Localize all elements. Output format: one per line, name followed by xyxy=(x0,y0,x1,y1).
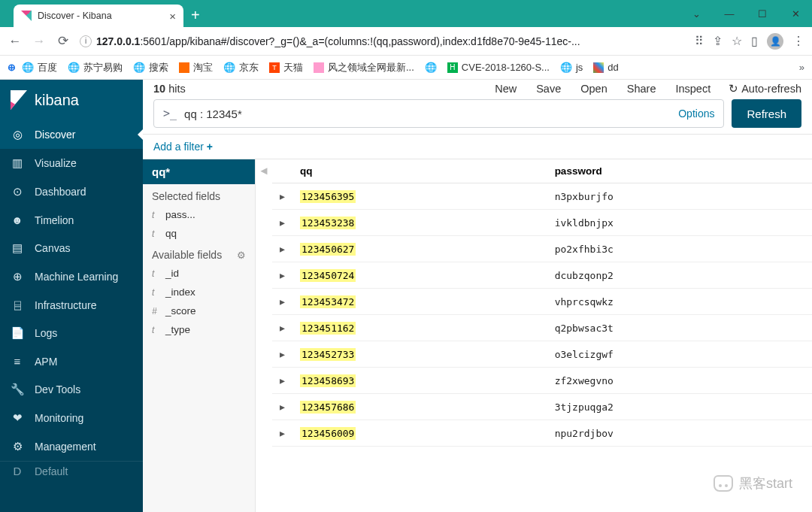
sidebar-item-management[interactable]: ⚙Management xyxy=(0,432,143,461)
column-header-qq[interactable]: qq xyxy=(292,159,547,183)
fields-settings-icon[interactable]: ⚙ xyxy=(237,250,246,261)
selected-fields-label: Selected fields xyxy=(143,184,255,205)
nav-reload-icon[interactable]: ⟳ xyxy=(56,33,71,49)
action-share[interactable]: Share xyxy=(627,83,656,95)
browser-menu-icon[interactable]: ⋮ xyxy=(792,34,804,48)
expand-row-icon[interactable]: ▸ xyxy=(272,420,292,447)
add-bookmark-icon[interactable]: ⊕ xyxy=(8,62,16,73)
results-table-wrap[interactable]: qq password ▸123456395n3pxburjfo▸1234532… xyxy=(272,159,812,512)
bookmark-item[interactable]: 🌐js xyxy=(560,62,583,73)
nav-label: Discover xyxy=(35,129,75,141)
kibana-sidebar: kibana ◎Discover▥Visualize⊙Dashboard☻Tim… xyxy=(0,80,143,512)
bookmark-item[interactable]: HCVE-2018-1260-S... xyxy=(447,62,550,73)
bookmark-star-icon[interactable]: ☆ xyxy=(732,34,742,48)
bookmark-item[interactable]: T天猫 xyxy=(269,61,303,74)
query-options-link[interactable]: Options xyxy=(678,108,714,120)
field-type-icon: t xyxy=(152,210,159,220)
cell-qq: 123450724 xyxy=(292,262,547,289)
sidebar-item-logs[interactable]: 📄Logs xyxy=(0,319,143,347)
refresh-button[interactable]: Refresh xyxy=(732,99,801,128)
cell-password: po2xfhbi3c xyxy=(547,236,812,262)
cell-qq: 123453238 xyxy=(292,210,547,236)
sidebar-item-monitoring[interactable]: ❤Monitoring xyxy=(0,404,143,432)
expand-row-icon[interactable]: ▸ xyxy=(272,341,292,368)
bookmark-item[interactable]: 淘宝 xyxy=(179,61,213,74)
expand-row-icon[interactable]: ▸ xyxy=(272,262,292,289)
watermark: 黑客start xyxy=(714,474,792,492)
bookmark-item[interactable]: 🌐苏宁易购 xyxy=(68,61,123,74)
kibana-brand[interactable]: kibana xyxy=(0,80,143,120)
window-maximize-icon[interactable]: ☐ xyxy=(746,0,779,27)
expand-row-icon[interactable]: ▸ xyxy=(272,368,292,394)
expand-row-icon[interactable]: ▸ xyxy=(272,315,292,341)
url-path: :5601/app/kibana#/discover?_g=()&_a=(col… xyxy=(140,35,580,47)
action-new[interactable]: New xyxy=(495,83,517,95)
sidebar-item-dev-tools[interactable]: 🔧Dev Tools xyxy=(0,375,143,404)
nav-icon: ▥ xyxy=(11,156,24,170)
tab-close-icon[interactable]: × xyxy=(169,11,176,22)
expand-row-icon[interactable]: ▸ xyxy=(272,236,292,262)
bookmark-item[interactable]: 🌐京东 xyxy=(223,61,259,74)
add-filter-link[interactable]: Add a filter + xyxy=(153,141,213,153)
nav-forward-icon[interactable]: → xyxy=(32,34,47,49)
field-item[interactable]: t_index xyxy=(143,283,255,301)
expand-row-icon[interactable]: ▸ xyxy=(272,394,292,420)
expand-row-icon[interactable]: ▸ xyxy=(272,183,292,210)
query-input[interactable]: >_ qq : 12345* Options xyxy=(153,99,724,128)
new-tab-button[interactable]: + xyxy=(191,7,200,24)
sidebar-item-timelion[interactable]: ☻Timelion xyxy=(0,206,143,234)
nav-back-icon[interactable]: ← xyxy=(8,34,23,49)
field-type-icon: t xyxy=(152,325,159,335)
expand-row-icon[interactable]: ▸ xyxy=(272,210,292,236)
column-header-password[interactable]: password xyxy=(547,159,812,183)
index-pattern-header[interactable]: qq* xyxy=(143,159,255,184)
globe-icon: 🌐 xyxy=(425,62,437,73)
sidebar-item-dashboard[interactable]: ⊙Dashboard xyxy=(0,177,143,206)
field-item[interactable]: t_id xyxy=(143,264,255,283)
nav-label: Dashboard xyxy=(35,186,86,198)
kibana-favicon-icon xyxy=(21,11,32,21)
field-item[interactable]: t_type xyxy=(143,320,255,339)
site-info-icon[interactable]: i xyxy=(80,35,92,47)
url-field[interactable]: i 127.0.0.1:5601/app/kibana#/discover?_g… xyxy=(80,35,686,47)
bookmark-item[interactable]: 🌐 xyxy=(425,62,437,73)
sidebar-item-canvas[interactable]: ▤Canvas xyxy=(0,234,143,262)
reading-list-icon[interactable]: ▯ xyxy=(751,34,758,48)
collapse-panel-icon[interactable]: ◄ xyxy=(256,159,272,512)
sidebar-item-infrastructure[interactable]: ⌸Infrastructure xyxy=(0,291,143,319)
nav-label: Default xyxy=(35,465,68,477)
nav-icon: 📄 xyxy=(11,326,24,340)
bookmark-item[interactable]: 风之领域全网最新... xyxy=(314,61,414,74)
expand-row-icon[interactable]: ▸ xyxy=(272,289,292,315)
cell-qq: 123457686 xyxy=(292,394,547,420)
field-item[interactable]: #_score xyxy=(143,301,255,320)
globe-icon: 🌐 xyxy=(133,62,145,73)
globe-icon: 🌐 xyxy=(22,62,34,73)
nav-icon: ◎ xyxy=(11,128,24,141)
sidebar-item-default[interactable]: DDefault xyxy=(0,461,143,477)
action-autorefresh[interactable]: ↻Auto-refresh xyxy=(729,83,801,95)
bookmark-item[interactable]: dd xyxy=(593,62,618,73)
sidebar-item-visualize[interactable]: ▥Visualize xyxy=(0,149,143,177)
field-item[interactable]: tpass... xyxy=(143,205,255,224)
window-minimize-icon[interactable]: — xyxy=(713,0,746,27)
browser-tab[interactable]: Discover - Kibana × xyxy=(14,5,183,27)
action-save[interactable]: Save xyxy=(536,83,561,95)
nav-label: Machine Learning xyxy=(35,271,118,283)
sidebar-item-machine-learning[interactable]: ⊕Machine Learning xyxy=(0,262,143,291)
sidebar-item-discover[interactable]: ◎Discover xyxy=(0,120,143,149)
action-open[interactable]: Open xyxy=(580,83,607,95)
window-close-icon[interactable]: ✕ xyxy=(779,0,812,27)
bookmark-item[interactable]: 🌐百度 xyxy=(22,61,57,74)
translate-icon[interactable]: ⠿ xyxy=(695,34,704,48)
sidebar-item-apm[interactable]: ≡APM xyxy=(0,347,143,375)
window-dropdown-icon[interactable]: ⌄ xyxy=(680,0,713,27)
nav-label: Logs xyxy=(35,327,57,339)
profile-avatar-icon[interactable]: 👤 xyxy=(767,33,783,50)
nav-label: Infrastructure xyxy=(35,299,96,311)
bookmark-item[interactable]: 🌐搜索 xyxy=(133,61,168,74)
action-inspect[interactable]: Inspect xyxy=(675,83,710,95)
bookmarks-overflow-icon[interactable]: » xyxy=(799,62,804,73)
field-item[interactable]: tqq xyxy=(143,224,255,243)
share-url-icon[interactable]: ⇪ xyxy=(713,34,723,48)
